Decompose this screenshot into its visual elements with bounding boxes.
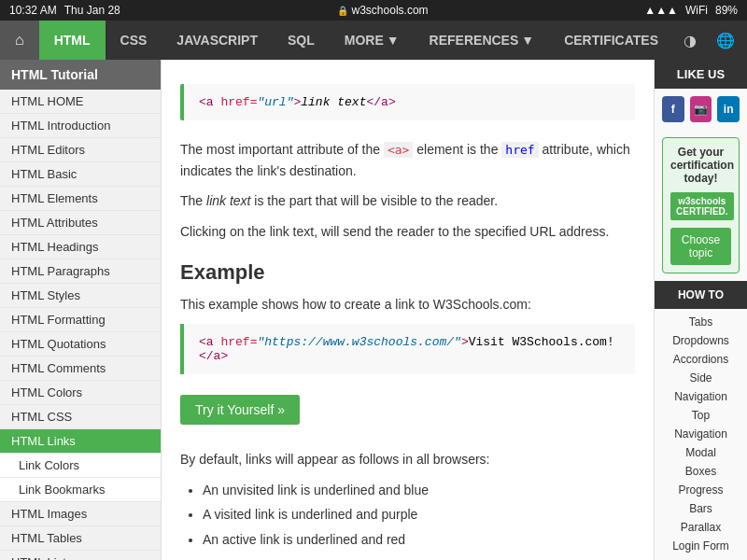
how-to-progress[interactable]: Progress (655, 481, 747, 499)
nav-tab-css[interactable]: CSS (106, 21, 162, 60)
nav-tab-javascript[interactable]: JAVASCRIPT (162, 21, 273, 60)
sidebar-item-attributes[interactable]: HTML Attributes (0, 211, 161, 235)
main-layout: HTML Tutorial HTML HOME HTML Introductio… (0, 60, 747, 560)
sidebar-item-paragraphs[interactable]: HTML Paragraphs (0, 259, 161, 284)
choose-topic-button[interactable]: Choose topic (670, 228, 731, 265)
content-area: <a href="url">link text</a> The most imp… (162, 60, 747, 560)
sidebar-item-tables[interactable]: HTML Tables (0, 526, 161, 551)
paragraph-4: By default, links will appear as follows… (180, 449, 635, 469)
more-chevron-icon: ▼ (387, 33, 400, 48)
nav-tab-certificates[interactable]: CERTIFICATES (549, 21, 673, 60)
how-to-boxes[interactable]: Boxes (655, 462, 747, 481)
instagram-icon[interactable]: 📷 (690, 96, 712, 122)
globe-icon[interactable]: 🌐 (709, 21, 742, 60)
how-to-parallax[interactable]: Parallax (655, 518, 747, 537)
how-to-login-form[interactable]: Login Form (655, 537, 747, 555)
sidebar-item-basic[interactable]: HTML Basic (0, 162, 161, 187)
sidebar-item-editors[interactable]: HTML Editors (0, 138, 161, 162)
list-item-visited: A visited link is underlined and purple (203, 504, 635, 525)
sidebar-item-quotations[interactable]: HTML Quotations (0, 332, 161, 357)
code-tag-a-close: </a> (366, 95, 395, 109)
code-block-1: <a href="url">link text</a> (180, 84, 635, 120)
inline-code-a: <a> (384, 142, 413, 158)
code2-tag-close: > (461, 335, 469, 349)
how-to-list: Tabs Dropdowns Accordions Side Navigatio… (655, 309, 747, 559)
sidebar-item-elements[interactable]: HTML Elements (0, 187, 161, 211)
sidebar-item-comments[interactable]: HTML Comments (0, 357, 161, 381)
facebook-icon[interactable]: f (662, 96, 684, 122)
sidebar-subitem-link-colors[interactable]: Link Colors (0, 454, 161, 478)
time: 10:32 AM (9, 4, 57, 17)
nav-tab-html[interactable]: HTML (39, 21, 106, 60)
sidebar-item-home[interactable]: HTML HOME (0, 90, 161, 114)
sidebar-item-colors[interactable]: HTML Colors (0, 381, 161, 405)
main-content: <a href="url">link text</a> The most imp… (162, 60, 654, 560)
sidebar-item-css[interactable]: HTML CSS (0, 405, 161, 429)
lock-icon: 🔒 (337, 6, 348, 16)
signal-icon: ▲▲▲ (644, 4, 678, 17)
how-to-tabs[interactable]: Tabs (655, 313, 747, 331)
sidebar-item-headings[interactable]: HTML Headings (0, 235, 161, 259)
wifi-icon: WiFi (685, 4, 708, 17)
cert-logo: w3schoolsCERTIFIED. (670, 192, 734, 220)
right-sidebar: LIKE US f 📷 in Get your certification to… (654, 60, 747, 560)
example-heading: Example (180, 260, 635, 285)
how-to-navigation-2[interactable]: Navigation (655, 425, 747, 443)
sidebar-item-styles[interactable]: HTML Styles (0, 284, 161, 308)
code-link-text: link text (301, 95, 366, 109)
example-description: This example shows how to create a link … (180, 294, 635, 315)
code2-tag-a-open: <a (199, 335, 214, 349)
cert-box: Get your certification today! w3schoolsC… (662, 137, 740, 273)
how-to-navigation-1[interactable]: Navigation (655, 387, 747, 406)
sidebar-item-links[interactable]: HTML Links (0, 429, 161, 454)
nav-bar: ⌂ HTML CSS JAVASCRIPT SQL MORE ▼ REFEREN… (0, 21, 747, 60)
code-tag-a-open: <a (199, 95, 214, 109)
code2-val-url: "https://www.w3schools.com/" (257, 335, 460, 349)
paragraph-3: Clicking on the link text, will send the… (180, 221, 635, 242)
contrast-icon[interactable]: ◑ (673, 21, 707, 60)
inline-code-href: href (501, 142, 538, 158)
code2-link-text: Visit W3Schools.com! (469, 335, 614, 349)
paragraph-1: The most important attribute of the <a> … (180, 139, 635, 181)
bullet-list: An unvisited link is underlined and blue… (203, 480, 635, 550)
sidebar-subitem-link-bookmarks[interactable]: Link Bookmarks (0, 478, 161, 502)
day: Thu Jan 28 (64, 4, 120, 17)
list-item-active: An active link is underlined and red (203, 529, 635, 550)
references-chevron-icon: ▼ (521, 33, 534, 48)
how-to-dropdowns[interactable]: Dropdowns (655, 331, 747, 350)
nav-home[interactable]: ⌂ (0, 21, 39, 60)
sidebar-item-introduction[interactable]: HTML Introduction (0, 114, 161, 138)
how-to-side[interactable]: Side (655, 369, 747, 387)
sidebar: HTML Tutorial HTML HOME HTML Introductio… (0, 60, 162, 560)
sidebar-item-lists[interactable]: HTML Lists (0, 551, 161, 560)
sidebar-item-formatting[interactable]: HTML Formatting (0, 308, 161, 332)
try-it-yourself-button[interactable]: Try it Yourself » (180, 395, 300, 425)
battery: 89% (715, 4, 738, 17)
how-to-bars[interactable]: Bars (655, 499, 747, 518)
sidebar-item-images[interactable]: HTML Images (0, 502, 161, 526)
code-block-2: <a href="https://www.w3schools.com/">Vis… (180, 324, 635, 374)
social-icons: f 📷 in (655, 89, 747, 130)
how-to-modal[interactable]: Modal (655, 443, 747, 462)
italic-link-text: link text (206, 193, 250, 208)
list-item-unvisited: An unvisited link is underlined and blue (203, 480, 635, 500)
how-to-header: HOW TO (655, 281, 747, 309)
how-to-top[interactable]: Top (655, 406, 747, 425)
linkedin-icon[interactable]: in (717, 96, 740, 122)
cert-title: Get your certification today! (670, 146, 731, 185)
code2-tag-a-close: </a> (199, 349, 228, 363)
code-attr-href: href= (220, 95, 257, 109)
url: w3schools.com (352, 4, 429, 17)
status-bar: 10:32 AM Thu Jan 28 🔒 w3schools.com ▲▲▲ … (0, 0, 747, 21)
sidebar-title: HTML Tutorial (0, 60, 161, 90)
code-val-url: "url" (257, 95, 293, 109)
paragraph-2: The link text is the part that will be v… (180, 190, 635, 211)
like-us-header: LIKE US (655, 60, 747, 89)
code2-attr-href: href= (220, 335, 257, 349)
nav-tab-references[interactable]: REFERENCES ▼ (415, 21, 550, 60)
nav-tab-sql[interactable]: SQL (273, 21, 330, 60)
nav-tab-more[interactable]: MORE ▼ (330, 21, 415, 60)
how-to-accordions[interactable]: Accordions (655, 350, 747, 369)
